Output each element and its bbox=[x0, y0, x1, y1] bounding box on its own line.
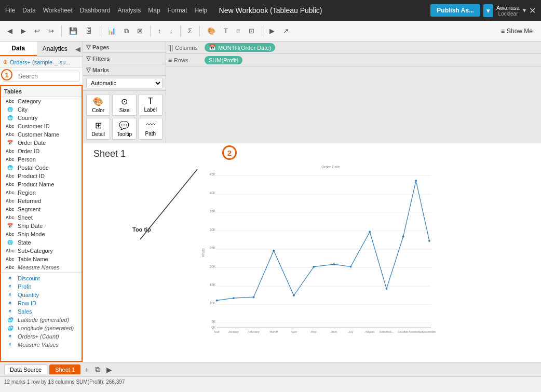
data-point-dec[interactable] bbox=[428, 240, 430, 242]
rows-pill[interactable]: SUM(Profit) bbox=[205, 56, 242, 64]
field-discount[interactable]: # Discount bbox=[1, 274, 82, 282]
data-point-feb[interactable] bbox=[253, 296, 255, 298]
publish-button[interactable]: Publish As... bbox=[430, 4, 480, 17]
data-point-aug[interactable] bbox=[369, 231, 371, 233]
field-region[interactable]: Abc Region bbox=[1, 188, 82, 197]
duplicate-sheet-tab-button[interactable]: ⧉ bbox=[93, 364, 102, 375]
path-button[interactable]: 〰 Path bbox=[139, 118, 163, 140]
menu-worksheet[interactable]: Worksheet bbox=[43, 7, 73, 14]
field-ship-date[interactable]: 📅 Ship Date bbox=[1, 222, 82, 230]
marks-expand-icon[interactable]: ▽ bbox=[86, 66, 90, 73]
redo-button[interactable]: ↪ bbox=[45, 25, 57, 37]
new-worksheet-button[interactable]: 📊 bbox=[104, 25, 119, 37]
field-sub-category[interactable]: Abc Sub-Category bbox=[1, 247, 82, 255]
save-button[interactable]: 💾 bbox=[66, 25, 80, 37]
menu-file[interactable]: File bbox=[5, 7, 15, 14]
field-returned[interactable]: Abc Returned bbox=[1, 197, 82, 205]
sort-desc-button[interactable]: ↓ bbox=[167, 25, 177, 37]
field-customer-id[interactable]: Abc Customer ID bbox=[1, 122, 82, 130]
field-person[interactable]: Abc Person bbox=[1, 155, 82, 164]
field-latitude[interactable]: 🌐 Latitude (generated) bbox=[1, 316, 82, 324]
field-profit[interactable]: # Profit bbox=[1, 282, 82, 291]
data-point-sep[interactable] bbox=[386, 288, 388, 290]
panel-collapse-button[interactable]: ◀ bbox=[73, 42, 83, 56]
search-input[interactable] bbox=[3, 71, 79, 82]
export-button[interactable]: ↗ bbox=[280, 25, 292, 37]
highlight-button[interactable]: 🎨 bbox=[204, 25, 219, 37]
publish-dropdown-button[interactable]: ▾ bbox=[483, 4, 493, 17]
menu-help[interactable]: Help bbox=[195, 7, 208, 14]
data-point-jan[interactable] bbox=[233, 297, 235, 299]
data-point-may[interactable] bbox=[313, 266, 315, 268]
new-datasource-button[interactable]: 🗄 bbox=[83, 25, 96, 37]
datasource-label[interactable]: ⊕ Orders+ (sample-_-su... bbox=[0, 57, 83, 68]
menu-dashboard[interactable]: Dashboard bbox=[80, 7, 111, 14]
field-country[interactable]: 🌐 Country bbox=[1, 114, 82, 122]
menu-analysis[interactable]: Analysis bbox=[118, 7, 141, 14]
field-customer-name[interactable]: Abc Customer Name bbox=[1, 130, 82, 139]
field-orders-count[interactable]: # Orders+ (Count) bbox=[1, 332, 82, 341]
field-state[interactable]: 🌐 State bbox=[1, 238, 82, 247]
field-type-icon: 🌐 bbox=[4, 165, 16, 170]
aggregate-button[interactable]: Σ bbox=[185, 25, 195, 37]
marks-type-select[interactable]: Automatic bbox=[86, 78, 163, 88]
field-order-id[interactable]: Abc Order ID bbox=[1, 147, 82, 155]
sheet1-tab[interactable]: Sheet 1 bbox=[49, 364, 80, 374]
datasource-tab[interactable]: Data Source bbox=[4, 364, 47, 374]
data-point-jul[interactable] bbox=[350, 266, 352, 268]
field-measure-names[interactable]: Abc Measure Names bbox=[1, 263, 82, 272]
field-longitude[interactable]: 🌐 Longitude (generated) bbox=[1, 324, 82, 332]
new-sheet-button[interactable]: + bbox=[83, 364, 91, 375]
data-point-oct[interactable] bbox=[402, 236, 404, 238]
data-point-mar[interactable] bbox=[273, 250, 275, 252]
data-point-null[interactable] bbox=[216, 300, 218, 302]
field-type-icon: Abc bbox=[4, 232, 16, 237]
forward-button[interactable]: ▶ bbox=[18, 25, 29, 37]
svg-text:November: November bbox=[409, 330, 423, 333]
close-button[interactable]: ✕ bbox=[529, 6, 536, 16]
field-sheet[interactable]: Abc Sheet bbox=[1, 213, 82, 222]
sort-asc-button[interactable]: ↑ bbox=[155, 25, 165, 37]
field-table-name[interactable]: Abc Table Name bbox=[1, 255, 82, 263]
size-button[interactable]: ⊙ Size bbox=[112, 94, 136, 116]
tooltip-button[interactable]: T bbox=[221, 25, 231, 37]
field-sales[interactable]: # Sales bbox=[1, 307, 82, 316]
clear-sheet-button[interactable]: ⊠ bbox=[134, 25, 146, 37]
field-ship-mode[interactable]: Abc Ship Mode bbox=[1, 230, 82, 238]
field-product-id[interactable]: Abc Product ID bbox=[1, 172, 82, 180]
field-city[interactable]: 🌐 City bbox=[1, 105, 82, 114]
field-category[interactable]: Abc Category bbox=[1, 97, 82, 105]
menu-format[interactable]: Format bbox=[168, 7, 187, 14]
menu-data[interactable]: Data bbox=[22, 7, 35, 14]
color-button[interactable]: 🎨 Color bbox=[86, 94, 110, 116]
data-point-nov[interactable] bbox=[415, 180, 417, 182]
menu-map[interactable]: Map bbox=[148, 7, 160, 14]
caption-button[interactable]: ≡ bbox=[233, 25, 244, 37]
field-type-icon: # bbox=[4, 292, 16, 298]
show-me-button[interactable]: ≡ Show Me bbox=[497, 25, 537, 37]
field-quantity[interactable]: # Quantity bbox=[1, 291, 82, 299]
filters-expand-icon[interactable]: ▽ bbox=[86, 55, 90, 62]
data-tab[interactable]: Data bbox=[0, 42, 37, 56]
field-row-id[interactable]: # Row ID bbox=[1, 299, 82, 307]
tooltip-button-marks[interactable]: 💬 Tooltip bbox=[112, 118, 136, 140]
field-product-name[interactable]: Abc Product Name bbox=[1, 180, 82, 188]
present-button[interactable]: ▶ bbox=[266, 25, 278, 37]
analytics-tab[interactable]: Analytics bbox=[37, 42, 74, 56]
label-button[interactable]: T Label bbox=[139, 94, 163, 116]
present-mode-button[interactable]: ▶ bbox=[104, 364, 114, 375]
field-segment[interactable]: Abc Segment bbox=[1, 205, 82, 213]
field-postal-code[interactable]: 🌐 Postal Code bbox=[1, 164, 82, 172]
data-point-apr[interactable] bbox=[293, 294, 295, 296]
pages-expand-icon[interactable]: ▽ bbox=[86, 44, 90, 50]
user-dropdown-icon[interactable]: ▾ bbox=[523, 7, 526, 14]
duplicate-sheet-button[interactable]: ⧉ bbox=[121, 25, 132, 37]
columns-pill[interactable]: 📅 MONTH(Order Date) bbox=[205, 43, 275, 52]
fit-button[interactable]: ⊡ bbox=[246, 25, 258, 37]
detail-button[interactable]: ⊞ Detail bbox=[86, 118, 110, 140]
undo-button[interactable]: ↩ bbox=[31, 25, 43, 37]
field-order-date[interactable]: 📅 Order Date bbox=[1, 139, 82, 147]
field-measure-values[interactable]: # Measure Values bbox=[1, 341, 82, 349]
data-point-jun[interactable] bbox=[333, 263, 335, 265]
back-button[interactable]: ◀ bbox=[4, 25, 16, 37]
